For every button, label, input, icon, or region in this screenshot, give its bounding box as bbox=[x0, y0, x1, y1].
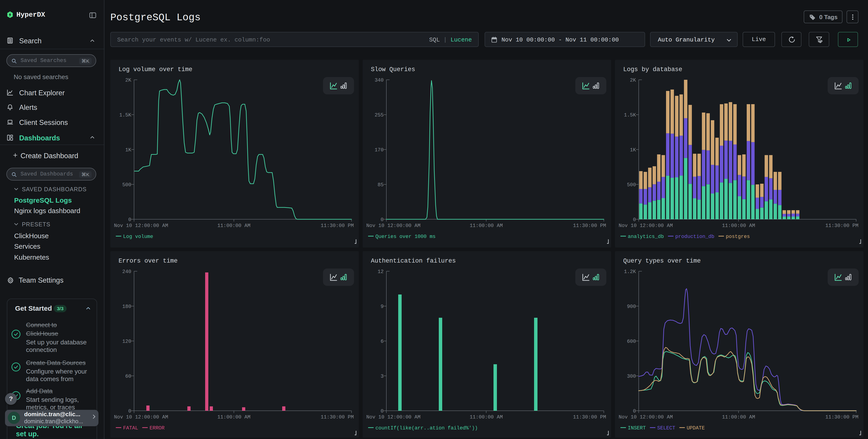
svg-text:11:00:00 AM: 11:00:00 AM bbox=[470, 414, 503, 420]
svg-text:11:30:00 PM: 11:30:00 PM bbox=[573, 414, 606, 420]
svg-text:INSERT: INSERT bbox=[628, 425, 646, 431]
svg-text:Nov 10 12:00:00 AM: Nov 10 12:00:00 AM bbox=[366, 223, 421, 229]
svg-text:12: 12 bbox=[378, 269, 383, 275]
svg-text:Slow Queries: Slow Queries bbox=[371, 66, 415, 73]
svg-text:production_db: production_db bbox=[675, 234, 714, 240]
svg-text:11:30:00 PM: 11:30:00 PM bbox=[573, 223, 606, 229]
svg-text:countIf(like(arr..ation failed: countIf(like(arr..ation failed%')) bbox=[375, 425, 478, 431]
svg-text:ERROR: ERROR bbox=[150, 425, 164, 431]
svg-text:500: 500 bbox=[122, 182, 131, 188]
svg-text:1K: 1K bbox=[630, 147, 636, 153]
svg-text:240: 240 bbox=[122, 269, 131, 275]
svg-text:UPDATE: UPDATE bbox=[687, 425, 705, 431]
svg-text:Authentication failures: Authentication failures bbox=[371, 257, 456, 264]
svg-text:Log volume over time: Log volume over time bbox=[119, 66, 192, 73]
svg-text:0: 0 bbox=[381, 408, 383, 414]
svg-text:300: 300 bbox=[627, 374, 636, 379]
svg-text:3: 3 bbox=[381, 374, 383, 379]
svg-text:0: 0 bbox=[128, 217, 131, 223]
svg-text:2K: 2K bbox=[125, 77, 131, 83]
svg-text:Log volume: Log volume bbox=[123, 234, 153, 240]
svg-text:11:00:00 AM: 11:00:00 AM bbox=[722, 223, 755, 229]
svg-text:0: 0 bbox=[381, 217, 383, 223]
svg-text:85: 85 bbox=[378, 182, 383, 188]
svg-text:11:00:00 AM: 11:00:00 AM bbox=[217, 223, 250, 229]
svg-text:180: 180 bbox=[122, 304, 131, 310]
svg-text:11:00:00 AM: 11:00:00 AM bbox=[470, 223, 503, 229]
svg-text:Nov 10 12:00:00 AM: Nov 10 12:00:00 AM bbox=[114, 223, 168, 229]
svg-text:0: 0 bbox=[128, 408, 131, 414]
svg-text:11:30:00 PM: 11:30:00 PM bbox=[826, 223, 859, 229]
svg-text:analytics_db: analytics_db bbox=[628, 234, 664, 240]
svg-text:Nov 10 12:00:00 AM: Nov 10 12:00:00 AM bbox=[366, 414, 421, 420]
svg-text:Nov 10 12:00:00 AM: Nov 10 12:00:00 AM bbox=[619, 223, 673, 229]
svg-text:11:30:00 PM: 11:30:00 PM bbox=[826, 414, 859, 420]
svg-text:1.5K: 1.5K bbox=[624, 113, 636, 118]
svg-text:170: 170 bbox=[374, 147, 383, 153]
svg-text:1K: 1K bbox=[125, 147, 131, 153]
svg-text:340: 340 bbox=[374, 77, 383, 83]
svg-text:FATAL: FATAL bbox=[123, 425, 138, 431]
svg-text:Query types over time: Query types over time bbox=[623, 257, 701, 264]
svg-text:postgres: postgres bbox=[726, 234, 750, 240]
svg-text:0: 0 bbox=[633, 408, 636, 414]
svg-text:1.5K: 1.5K bbox=[119, 113, 131, 118]
svg-text:11:30:00 PM: 11:30:00 PM bbox=[321, 414, 354, 420]
svg-text:11:00:00 AM: 11:00:00 AM bbox=[722, 414, 755, 420]
svg-text:Errors over time: Errors over time bbox=[119, 257, 178, 264]
svg-text:9: 9 bbox=[381, 304, 383, 310]
svg-text:500: 500 bbox=[627, 182, 636, 188]
svg-text:11:00:00 AM: 11:00:00 AM bbox=[217, 414, 250, 420]
svg-text:120: 120 bbox=[122, 339, 131, 344]
svg-text:Nov 10 12:00:00 AM: Nov 10 12:00:00 AM bbox=[619, 414, 673, 420]
svg-text:Queries over 1000 ms: Queries over 1000 ms bbox=[375, 234, 436, 240]
svg-text:Nov 10 12:00:00 AM: Nov 10 12:00:00 AM bbox=[114, 414, 168, 420]
svg-text:11:30:00 PM: 11:30:00 PM bbox=[321, 223, 354, 229]
svg-text:6: 6 bbox=[381, 339, 383, 344]
svg-text:Logs by database: Logs by database bbox=[623, 66, 682, 73]
svg-text:255: 255 bbox=[374, 113, 383, 118]
svg-text:900: 900 bbox=[627, 304, 636, 310]
svg-text:60: 60 bbox=[125, 374, 131, 379]
svg-text:2K: 2K bbox=[630, 77, 636, 83]
svg-text:1.2K: 1.2K bbox=[624, 269, 636, 275]
svg-text:600: 600 bbox=[627, 339, 636, 344]
svg-text:SELECT: SELECT bbox=[657, 425, 675, 431]
svg-text:0: 0 bbox=[633, 217, 636, 223]
